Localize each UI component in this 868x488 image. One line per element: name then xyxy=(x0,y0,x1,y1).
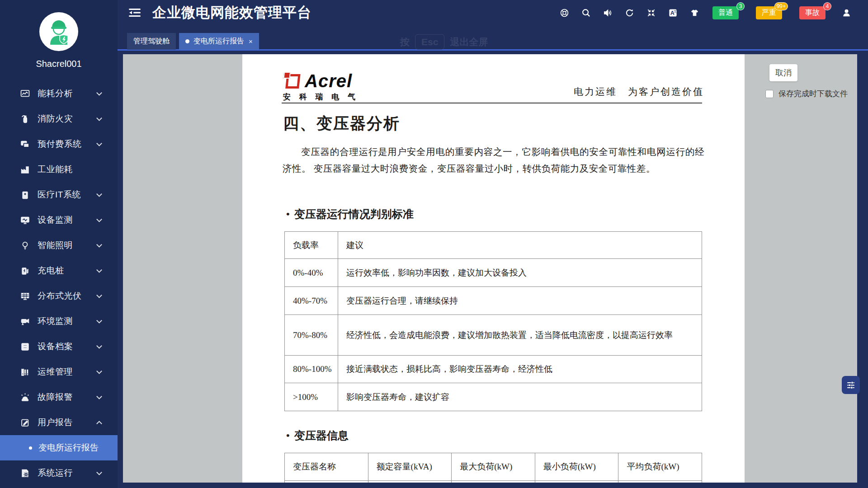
sidebar-item-设备档案[interactable]: 设备档案 xyxy=(0,334,118,359)
sidebar-item-label: 用户报告 xyxy=(38,417,97,428)
menu-fold-icon[interactable] xyxy=(129,8,141,18)
chevron-down-icon xyxy=(96,191,102,197)
table-header-cell: 最大负荷(kW) xyxy=(452,453,535,481)
table-cell: 80%-100% xyxy=(285,356,338,383)
user-icon[interactable] xyxy=(841,7,852,18)
solar-panel-icon xyxy=(20,291,30,301)
sidebar-item-环境监测[interactable]: 环境监测 xyxy=(0,309,118,334)
table-cell xyxy=(452,481,535,483)
load-rate-table: 负载率建议0%-40%运行效率低，影响功率因数，建议加大设备投入40%-70%变… xyxy=(284,231,702,411)
refresh-icon[interactable] xyxy=(624,7,635,18)
report-settings-fab[interactable] xyxy=(842,376,860,394)
report-edit-icon xyxy=(20,418,30,427)
sidebar-item-预付费系统[interactable]: 预付费系统 xyxy=(0,131,118,157)
cancel-button[interactable]: 取消 xyxy=(769,64,797,81)
chevron-down-icon xyxy=(96,90,102,96)
sidebar-subitem-变电所运行报告[interactable]: 变电所运行报告 xyxy=(0,435,118,460)
chevron-down-icon xyxy=(96,267,102,273)
table-row xyxy=(285,481,702,483)
sidebar-item-用户报告[interactable]: 用户报告 xyxy=(0,410,118,435)
subsection-title-1: • 变压器运行情况判别标准 xyxy=(286,207,414,221)
sidebar-item-label: 设备档案 xyxy=(38,341,97,352)
download-checkbox[interactable] xyxy=(765,90,774,98)
alert-button-普通[interactable]: 普通3 xyxy=(712,6,739,19)
table-row: 70%-80%经济性低，会造成电能浪费，建议增加散热装置，适当降低电流密度，以提… xyxy=(285,315,702,356)
sidebar-item-label: 分布式光伏 xyxy=(38,290,97,302)
table-cell: 40%-70% xyxy=(285,287,338,315)
report-header: Acrel 安 科 瑞 电 气 电力运维 为客户创造价值 xyxy=(283,70,704,103)
industry-icon xyxy=(20,164,30,174)
table-cell: 0%-40% xyxy=(285,259,338,287)
sidebar-item-设备监测[interactable]: 设备监测 xyxy=(0,207,118,233)
theme-icon[interactable] xyxy=(689,7,700,18)
tabs: 管理驾驶舱变电所运行报告× xyxy=(127,32,262,50)
sidebar-item-label: 运维管理 xyxy=(38,366,97,378)
chevron-down-icon xyxy=(96,469,102,475)
sidebar-item-分布式光伏[interactable]: 分布式光伏 xyxy=(0,283,118,309)
search-icon[interactable] xyxy=(580,7,591,18)
alert-count-badge: 3 xyxy=(736,2,745,10)
chevron-down-icon xyxy=(96,318,102,324)
brand-slogan: 电力运维 为客户创造价值 xyxy=(574,85,704,98)
sidebar-item-消防火灾[interactable]: 消防火灾 xyxy=(0,106,118,131)
page-title: 企业微电网能效管理平台 xyxy=(152,3,311,22)
alarm-icon xyxy=(20,392,30,402)
table-row: 0%-40%运行效率低，影响功率因数，建议加大设备投入 xyxy=(285,259,702,287)
sidebar-item-label: 充电桩 xyxy=(38,265,97,277)
chevron-down-icon xyxy=(96,216,102,222)
acrel-logo-icon xyxy=(282,72,302,90)
sidebar-item-能耗分析[interactable]: 能耗分析 xyxy=(0,81,118,106)
archive-icon xyxy=(20,342,30,352)
sidebar-item-label: 故障报警 xyxy=(38,391,97,403)
sidebar-item-系统运行[interactable]: 系统运行 xyxy=(0,460,118,486)
sidebar-item-工业能耗[interactable]: 工业能耗 xyxy=(0,157,118,182)
avatar xyxy=(39,12,78,51)
sidebar-item-医疗IT系统[interactable]: 医疗IT系统 xyxy=(0,182,118,207)
prepaid-card-icon xyxy=(20,139,30,149)
table-row: 80%-100%接近满载状态，损耗比高，影响变压器寿命，经济性低 xyxy=(285,356,702,383)
sidebar-item-充电桩[interactable]: 充电桩 xyxy=(0,258,118,283)
report-viewer: Acrel 安 科 瑞 电 气 电力运维 为客户创造价值 四、变压器分析 变压器… xyxy=(123,54,857,483)
table-cell: >100% xyxy=(285,383,338,411)
download-checkbox-label: 保存完成时下载文件 xyxy=(778,89,848,99)
tab-bar: 按 Esc 退出全屏 管理驾驶舱变电所运行报告× xyxy=(118,32,868,51)
chevron-down-icon xyxy=(96,368,102,374)
sidebar-item-label: 能耗分析 xyxy=(38,88,97,99)
lightbulb-icon xyxy=(20,240,30,250)
chevron-down-icon xyxy=(96,242,102,248)
bullet-icon: • xyxy=(286,430,290,441)
top-bar: 企业微电网能效管理平台 A文普通3严重99+事故4 xyxy=(118,0,868,32)
table-cell: 运行效率低，影响功率因数，建议加大设备投入 xyxy=(338,259,702,287)
tab-管理驾驶舱[interactable]: 管理驾驶舱 xyxy=(127,33,176,50)
support-icon[interactable] xyxy=(559,7,570,18)
chart-icon xyxy=(20,89,30,99)
sidebar-item-智能照明[interactable]: 智能照明 xyxy=(0,233,118,258)
sliders-icon xyxy=(846,380,856,390)
active-dot-icon xyxy=(185,39,189,43)
sidebar-item-故障报警[interactable]: 故障报警 xyxy=(0,385,118,410)
transformer-info-table: 变压器名称额定容量(kVA)最大负荷(kW)最小负荷(kW)平均负荷(kW) xyxy=(284,453,702,483)
sidebar-item-运维管理[interactable]: 运维管理 xyxy=(0,359,118,385)
ev-charger-icon xyxy=(20,266,30,276)
sidebar-item-label: 消防火灾 xyxy=(38,113,97,125)
sidebar-item-label: 设备监测 xyxy=(38,214,97,226)
acrel-brand: Acrel 安 科 瑞 电 气 xyxy=(283,72,359,102)
alert-button-严重[interactable]: 严重99+ xyxy=(756,6,782,19)
close-icon[interactable]: × xyxy=(249,38,253,45)
engineer-avatar-icon xyxy=(44,17,74,47)
table-row: >100%影响变压器寿命，建议扩容 xyxy=(285,383,702,411)
alert-button-事故[interactable]: 事故4 xyxy=(799,6,826,19)
chevron-down-icon xyxy=(96,292,102,298)
table-header-cell: 最小负荷(kW) xyxy=(535,453,618,481)
table-cell xyxy=(618,481,702,483)
report-page: Acrel 安 科 瑞 电 气 电力运维 为客户创造价值 四、变压器分析 变压器… xyxy=(242,54,745,483)
translate-icon[interactable]: A文 xyxy=(667,7,678,18)
volume-icon[interactable] xyxy=(602,7,613,18)
binders-icon xyxy=(20,367,30,377)
sidebar-item-label: 工业能耗 xyxy=(38,164,118,175)
table-cell: 变压器运行合理，请继续保持 xyxy=(338,287,702,315)
exit-fullscreen-icon[interactable] xyxy=(646,7,656,18)
device-monitor-icon xyxy=(20,215,30,225)
tab-变电所运行报告[interactable]: 变电所运行报告× xyxy=(179,33,259,50)
chevron-down-icon xyxy=(96,115,102,121)
